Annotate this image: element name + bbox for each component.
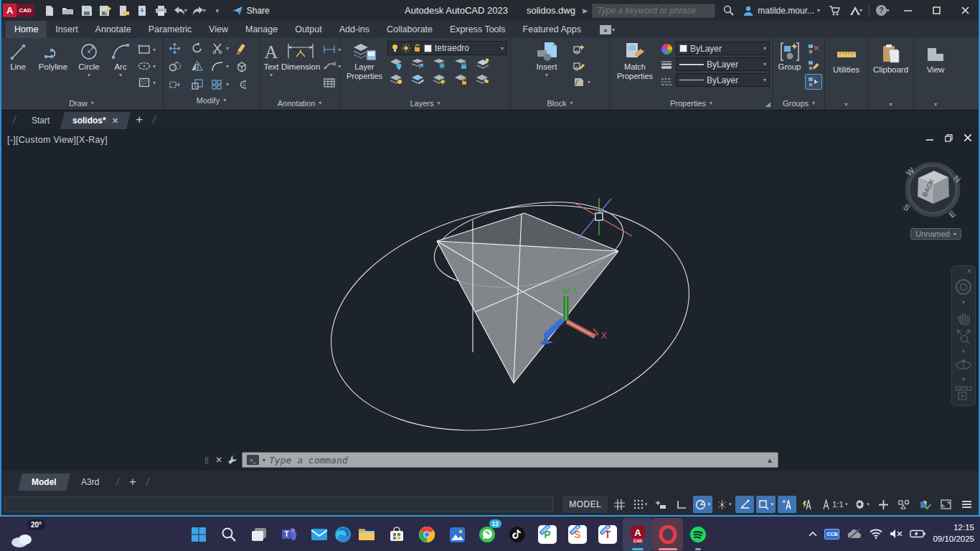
snap-dropdown[interactable]: ▾ — [645, 501, 648, 507]
tab-home[interactable]: Home — [6, 21, 47, 38]
layer-freeze-icon[interactable] — [432, 57, 448, 71]
offset-icon[interactable] — [234, 77, 250, 92]
whatsapp-button[interactable]: 12 — [472, 518, 502, 551]
wps-spreadsheet-button[interactable]: FREES — [562, 518, 593, 551]
match-properties-button[interactable]: Match Properties — [613, 40, 657, 96]
share-button[interactable]: Share — [232, 6, 270, 16]
clean-screen-toggle[interactable] — [936, 496, 955, 513]
task-view-button[interactable] — [244, 518, 274, 551]
search-expand-arrow[interactable]: ▶ — [583, 7, 588, 14]
match-layer-icon[interactable] — [475, 72, 491, 87]
polyline-tool[interactable]: Polyline — [34, 40, 72, 96]
line-tool[interactable]: Line — [3, 40, 33, 96]
view-panel[interactable]: View ▾ — [914, 38, 957, 110]
tab-add-ins[interactable]: Add-ins — [331, 21, 378, 38]
help-search-input[interactable] — [597, 6, 710, 16]
polar-tracking-toggle[interactable]: ▾ — [693, 496, 712, 513]
trim-dropdown[interactable]: ▾ — [226, 45, 229, 52]
3dosnap-dropdown[interactable]: ▾ — [729, 501, 732, 507]
tiktok-button[interactable] — [502, 518, 532, 551]
layout-tab-model[interactable]: Model — [18, 474, 70, 491]
make-current-icon[interactable] — [475, 57, 491, 71]
save-as-button[interactable] — [97, 2, 114, 19]
lineweight-icon[interactable] — [659, 58, 674, 72]
hatch-icon[interactable] — [136, 75, 152, 90]
layer-lock-icon[interactable] — [453, 57, 469, 71]
command-line-grip[interactable]: ⣿ — [204, 458, 210, 461]
tab-featured-apps[interactable]: Featured Apps — [514, 21, 590, 38]
autodesk-menu-button[interactable]: ▾ — [847, 2, 864, 19]
create-block-icon[interactable] — [571, 42, 587, 56]
layer-combo[interactable]: tetraedro ▾ — [387, 41, 507, 55]
save-to-web-mobile-button[interactable] — [134, 2, 151, 19]
isolate-objects-toggle[interactable] — [895, 496, 913, 513]
array-dropdown[interactable]: ▾ — [226, 81, 229, 88]
clipboard-panel[interactable]: Clipboard ▾ — [868, 38, 914, 110]
clipboard-dropdown[interactable]: ▾ — [889, 101, 892, 108]
layout-tab-a3rd[interactable]: A3rd — [67, 474, 113, 491]
viewport-controls-label[interactable]: [-][Custom View][X-Ray] — [7, 135, 108, 145]
zoom-extents-icon[interactable] — [956, 329, 971, 344]
maximize-button[interactable] — [924, 1, 948, 20]
open-file-button[interactable] — [60, 2, 77, 19]
group-selection-icon[interactable] — [806, 75, 821, 89]
save-button[interactable] — [78, 2, 95, 19]
help-menu-button[interactable]: ?▾ — [874, 2, 891, 19]
photos-button[interactable] — [442, 518, 472, 551]
app-store-button[interactable] — [826, 2, 843, 19]
annotation-monitor-toggle[interactable] — [874, 496, 892, 513]
pan-hand-icon[interactable] — [956, 309, 971, 325]
layer-unisolate-icon[interactable] — [410, 72, 426, 87]
zoom-dropdown[interactable]: ▾ — [962, 348, 965, 354]
lineweight-combo[interactable]: ByLayer▾ — [676, 57, 770, 71]
groups-panel-title[interactable]: Groups▾ — [773, 96, 824, 110]
onedrive-offline-icon[interactable] — [847, 528, 862, 540]
circle-dropdown[interactable]: ▾ — [88, 72, 90, 78]
copy-icon[interactable] — [167, 60, 183, 74]
command-prompt-icon[interactable]: >_ — [247, 455, 259, 465]
search-button[interactable] — [720, 2, 737, 19]
hidden-icons-chevron[interactable] — [809, 531, 817, 537]
insert-dropdown[interactable]: ▾ — [545, 72, 548, 78]
tab-collaborate[interactable]: Collaborate — [378, 21, 441, 38]
navigation-wheel-icon[interactable] — [955, 278, 972, 296]
color-wheel-icon[interactable] — [659, 42, 674, 56]
polar-dropdown[interactable]: ▾ — [707, 501, 710, 507]
account-menu[interactable]: matilde.mour... ▾ — [741, 2, 821, 19]
wps-writer-button[interactable]: FREET — [593, 518, 623, 551]
rectangle-icon[interactable] — [136, 42, 152, 57]
draw-panel-title[interactable]: Draw▾ — [0, 96, 163, 110]
move-icon[interactable] — [167, 42, 183, 56]
array-icon[interactable] — [209, 77, 225, 92]
model-space-toggle[interactable]: MODEL — [562, 496, 608, 513]
osnap-dropdown[interactable]: ▾ — [771, 501, 773, 507]
battery-icon[interactable] — [910, 529, 925, 538]
graphics-performance-toggle[interactable] — [915, 496, 934, 513]
undo-button[interactable]: ▾ — [171, 2, 189, 19]
drawing-viewport[interactable]: Y X [-][Custom View][X-Ray] W N — [0, 129, 980, 471]
help-search-box[interactable] — [592, 4, 715, 18]
ortho-mode-toggle[interactable] — [672, 496, 691, 513]
attributes-dropdown[interactable]: ▾ — [588, 79, 590, 85]
edge-button[interactable] — [334, 526, 352, 543]
opera-taskbar-button[interactable] — [653, 518, 683, 551]
rotate-icon[interactable] — [189, 42, 205, 56]
erase-icon[interactable] — [234, 42, 250, 56]
customize-quick-access-button[interactable]: ▾ — [209, 2, 226, 19]
new-drawing-tab-button[interactable]: + — [130, 113, 149, 127]
properties-panel-title[interactable]: Properties▾ — [610, 96, 773, 110]
layer-combo-chevron[interactable]: ▾ — [501, 45, 504, 52]
file-tab-solidos[interactable]: solidos*✕ — [60, 112, 131, 129]
workspace-dropdown[interactable]: ▾ — [867, 501, 870, 507]
weather-widget[interactable]: 20° — [10, 522, 50, 548]
orbit-dropdown[interactable]: ▾ — [962, 376, 965, 382]
doc-restore-icon[interactable] — [945, 134, 953, 142]
dynamic-input-toggle[interactable] — [651, 496, 670, 513]
turn-all-layers-on-icon[interactable] — [389, 72, 405, 87]
scale-dropdown[interactable]: ▾ — [845, 501, 848, 507]
ccb-tray-icon[interactable]: CCB — [824, 529, 839, 540]
layer-isolate-icon[interactable] — [410, 57, 426, 71]
close-button[interactable] — [953, 1, 977, 20]
command-input[interactable] — [269, 455, 763, 466]
minimize-button[interactable] — [895, 1, 920, 20]
